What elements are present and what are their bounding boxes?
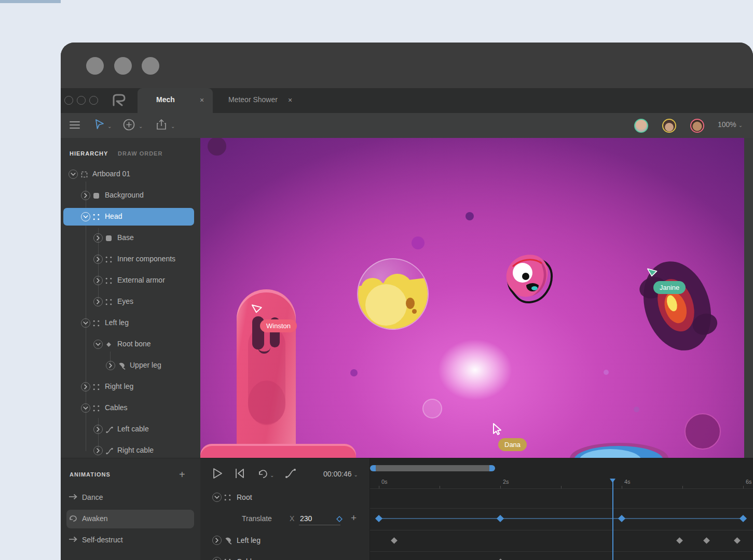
scrollbar-left-cap[interactable] — [370, 465, 376, 471]
expand-collapse-icon[interactable] — [93, 340, 103, 349]
expand-collapse-icon[interactable] — [81, 403, 90, 413]
canvas-dot — [412, 236, 425, 249]
play-icon[interactable] — [212, 467, 223, 480]
bone-icon — [224, 537, 232, 547]
expand--icon[interactable] — [93, 297, 103, 306]
tree-row-external-armor[interactable]: External armor — [61, 271, 200, 290]
tree-row-head[interactable]: Head — [61, 207, 200, 226]
expand-collapse-icon[interactable] — [81, 212, 90, 221]
tree-label: Cables — [105, 403, 128, 412]
keyframe-diamond[interactable] — [734, 537, 741, 544]
tree-label: Artboard 01 — [92, 170, 130, 178]
timeline-panel: ⌄ 00:00:46 ⌄ Translate X 230 + RootLeft … — [200, 458, 753, 560]
traffic-light-2[interactable] — [77, 96, 86, 105]
loop-icon — [69, 514, 78, 525]
scrollbar-right-cap[interactable] — [489, 465, 495, 471]
keyframe-diamond[interactable] — [497, 558, 504, 560]
timeline-scrollbar[interactable] — [370, 465, 495, 471]
keyframe-diamond[interactable] — [676, 537, 683, 544]
expand--icon[interactable] — [81, 191, 90, 200]
loop-mode-icon[interactable] — [257, 468, 269, 479]
canvas-dot — [634, 407, 639, 412]
tree-label: External armor — [117, 276, 165, 284]
add-animation-icon[interactable]: + — [179, 469, 185, 481]
tree-row-cables[interactable]: Cables — [61, 399, 200, 417]
tab-hierarchy[interactable]: HIERARCHY — [70, 150, 108, 157]
tree-label: Head — [105, 212, 122, 220]
rive-logo-icon[interactable] — [111, 92, 128, 109]
window-dot-3[interactable] — [142, 57, 159, 75]
animation-item-awaken[interactable]: Awaken — [61, 510, 200, 528]
tree-row-inner-components[interactable]: Inner components — [61, 250, 200, 269]
expand-icon[interactable] — [212, 536, 222, 545]
screenshot: Mech × Meteor Shower × ⌄ ⌄ — [0, 0, 753, 560]
skip-to-start-icon[interactable] — [235, 467, 245, 480]
keyframe-diamond[interactable] — [391, 537, 398, 544]
tree-row-right-cable[interactable]: Right cable — [61, 441, 200, 458]
export-icon[interactable] — [156, 118, 167, 131]
add-shape-icon[interactable] — [123, 119, 135, 131]
expand--icon[interactable] — [93, 276, 103, 285]
expand-collapse-icon[interactable] — [69, 170, 78, 179]
tab-meteor-shower-close-icon[interactable]: × — [288, 96, 292, 104]
presence-label-dana: Dana — [498, 438, 527, 451]
avatar-3[interactable] — [690, 119, 704, 133]
canvas-viewport[interactable]: WinstonJanineDana — [200, 138, 744, 458]
keyframe-diamond[interactable] — [703, 537, 710, 544]
tree-row-right-leg[interactable]: Right leg — [61, 377, 200, 396]
avatar-1[interactable] — [634, 119, 648, 133]
animation-item-self-destruct[interactable]: Self-destruct — [61, 531, 200, 550]
menu-icon[interactable] — [70, 120, 80, 130]
tree-row-left-leg[interactable]: Left leg — [61, 314, 200, 332]
expand--icon[interactable] — [93, 233, 103, 243]
tab-draw-order[interactable]: DRAW ORDER — [118, 150, 162, 157]
tree-row-root-bone[interactable]: Root bone — [61, 335, 200, 354]
tab-meteor-shower[interactable]: Meteor Shower × — [222, 88, 305, 113]
select-tool-caret-icon[interactable]: ⌄ — [107, 123, 112, 129]
add-shape-caret-icon[interactable]: ⌄ — [139, 123, 143, 129]
tree-row-base[interactable]: Base — [61, 229, 200, 247]
property-value-input[interactable]: 230 — [300, 514, 312, 523]
animation-label: Self-destruct — [82, 536, 123, 544]
traffic-light-3[interactable] — [89, 96, 98, 105]
expand--icon[interactable] — [106, 361, 115, 370]
playhead-line[interactable] — [612, 481, 613, 560]
select-tool-icon[interactable] — [94, 119, 105, 130]
add-key-icon[interactable]: + — [351, 512, 357, 524]
tree-label: Left leg — [105, 318, 129, 327]
tree-row-artboard-01[interactable]: Artboard 01 — [61, 165, 200, 184]
tree-row-left-cable[interactable]: Left cable — [61, 420, 200, 439]
loop-mode-caret-icon[interactable]: ⌄ — [270, 472, 274, 478]
keyframe-diamond[interactable] — [375, 515, 382, 522]
traffic-light-1[interactable] — [64, 96, 73, 105]
keyframe-diamond[interactable] — [740, 515, 747, 522]
interpolation-icon[interactable] — [284, 467, 297, 480]
window-dot-2[interactable] — [114, 57, 132, 75]
canvas-right-gutter — [744, 138, 753, 458]
group-icon — [105, 277, 112, 286]
expand-icon[interactable] — [212, 493, 222, 502]
keyframe-diamond[interactable] — [618, 515, 625, 522]
export-caret-icon[interactable]: ⌄ — [171, 123, 175, 129]
expand--icon[interactable] — [93, 446, 103, 455]
set-key-icon[interactable] — [336, 515, 343, 523]
expand--icon[interactable] — [93, 425, 103, 434]
window-dot-1[interactable] — [86, 57, 104, 75]
avatar-2[interactable] — [662, 119, 676, 133]
canvas-dot — [350, 369, 358, 376]
expand--icon[interactable] — [81, 382, 90, 391]
tree-row-upper-leg[interactable]: Upper leg — [61, 356, 200, 375]
tab-mech-close-icon[interactable]: × — [200, 96, 204, 104]
animation-item-dance[interactable]: Dance — [61, 488, 200, 507]
tab-mech[interactable]: Mech × — [138, 88, 213, 113]
expand-icon[interactable] — [212, 557, 222, 560]
timeline-tracks-area[interactable]: 0s2s4s6s — [369, 458, 753, 560]
expand-collapse-icon[interactable] — [81, 318, 90, 328]
keyframe-diamond[interactable] — [497, 515, 504, 522]
canvas-dot — [208, 138, 226, 156]
tree-row-background[interactable]: Background — [61, 186, 200, 205]
tree-row-eyes[interactable]: Eyes — [61, 292, 200, 311]
current-time[interactable]: 00:00:46 ⌄ — [323, 470, 358, 478]
expand--icon[interactable] — [93, 255, 103, 264]
zoom-control[interactable]: 100% ⌄ — [718, 120, 743, 129]
